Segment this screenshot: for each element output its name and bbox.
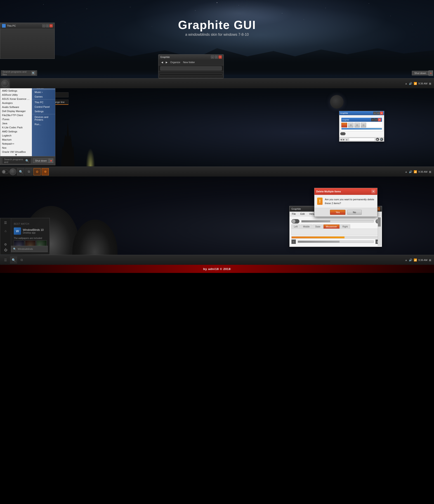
ga-tab-state[interactable]: State xyxy=(312,225,323,229)
prog-amd-settings[interactable]: AMD Settings xyxy=(0,89,32,93)
pw-toggle[interactable] xyxy=(340,132,346,135)
ga-tab-middle[interactable]: Middle xyxy=(301,225,312,229)
prog-asus[interactable]: ASUS Xonar Essence STX Audio xyxy=(0,97,32,101)
dialog-no-button[interactable]: No xyxy=(347,210,362,215)
win10-app-item[interactable]: W WindowBlinds 10 Desktop app xyxy=(11,226,50,236)
pw-address[interactable] xyxy=(349,138,375,141)
horizontal-scrollbar[interactable] xyxy=(159,74,223,76)
home-icon[interactable]: ⌂ xyxy=(3,228,8,234)
prog-itunes[interactable]: iTunes xyxy=(0,117,32,121)
explorer-title-text: Graphite xyxy=(160,56,170,58)
s2-shutdown-arrow[interactable]: ● xyxy=(49,158,53,163)
this-pc-titlebar: This PC ─ □ ✕ xyxy=(0,23,54,29)
scroll-down-icon[interactable]: ▾ xyxy=(15,153,17,157)
tb2-settings-btn[interactable]: ⚙ xyxy=(34,168,41,175)
notification-icon: ▲ xyxy=(405,82,408,85)
tb2-search-btn[interactable]: 🔍 xyxy=(17,168,24,175)
ga-slider-fill xyxy=(302,220,330,222)
s2-search-text: Search programs and xyxy=(4,158,24,163)
w7-search-bar[interactable]: Search programs and files 🔍 xyxy=(1,70,37,76)
tb2-task-btn[interactable]: ⧉ xyxy=(25,168,33,175)
right-controlpanel[interactable]: Control Panel xyxy=(32,105,55,109)
tb3-hamburger-btn[interactable]: ☰ xyxy=(2,256,9,264)
pw-inner-max[interactable]: □ xyxy=(374,118,378,121)
prog-auslogics[interactable]: Auslogics xyxy=(0,101,32,105)
pw-go-btn[interactable]: ▶ xyxy=(376,138,379,141)
prog-avalis[interactable]: Avalis Software xyxy=(0,105,32,109)
hamburger-menu-icon[interactable]: ☰ xyxy=(3,220,8,225)
pw-gray-btn1[interactable]: □ xyxy=(348,123,354,127)
right-music[interactable]: Music xyxy=(32,90,55,94)
pw-nav-up[interactable]: ▲ xyxy=(346,138,348,141)
right-settings[interactable]: Settings xyxy=(32,109,55,114)
tb2-start-btn[interactable] xyxy=(9,168,16,175)
dialog-yes-button[interactable]: Yes xyxy=(330,210,345,215)
maximize-button[interactable]: □ xyxy=(46,24,49,27)
tb2-toggle[interactable] xyxy=(2,170,9,174)
settings-sidebar-icon[interactable]: ⚙ xyxy=(3,242,8,247)
dialog-close-btn[interactable]: ✕ xyxy=(371,189,375,193)
pw-inner-close[interactable]: ✕ xyxy=(378,118,381,121)
new-folder-btn[interactable]: New folder xyxy=(182,60,196,64)
s2-search-btn[interactable]: 🔍 xyxy=(25,159,29,162)
explorer-maximize-btn[interactable]: □ xyxy=(215,55,218,59)
ga-main-slider[interactable] xyxy=(301,220,374,223)
right-thispc[interactable]: This PC xyxy=(32,100,55,105)
pw-gray-btn3[interactable]: □ xyxy=(361,123,366,127)
tb3-search-btn[interactable]: 🔍 xyxy=(10,256,17,264)
tb2-network-icon: 📶 xyxy=(414,170,417,173)
pw-orange-btn[interactable] xyxy=(341,123,347,127)
ga-file-menu[interactable]: File xyxy=(290,212,298,216)
prog-java[interactable]: Java xyxy=(0,121,32,125)
win10-search-input-area[interactable]: 🔍 Windowblinds xyxy=(11,246,48,252)
tb3-task-btn[interactable]: ⧉ xyxy=(18,256,25,264)
close-button[interactable]: ✕ xyxy=(50,24,53,27)
right-devices[interactable]: Devices and Printers xyxy=(32,115,55,122)
nav-forward-btn[interactable]: ▶ xyxy=(165,60,168,64)
ga-icon-btn-2[interactable]: ≡ xyxy=(291,239,296,244)
pw-max-btn[interactable]: □ xyxy=(377,112,380,115)
ga-tab-right[interactable]: Right xyxy=(340,225,350,229)
tb2-config-btn[interactable]: ⚙ xyxy=(42,168,49,175)
nav-back-btn[interactable]: ◀ xyxy=(160,60,164,64)
explorer-minimize-btn[interactable]: ─ xyxy=(211,55,214,59)
organize-btn[interactable]: Organize xyxy=(169,60,181,64)
prog-macrium[interactable]: Macrium xyxy=(0,138,32,142)
pw-min-btn[interactable]: ─ xyxy=(373,112,376,115)
prog-dell[interactable]: Dell Display Manager xyxy=(0,109,32,113)
explorer-close-btn[interactable]: ✕ xyxy=(219,55,222,59)
w7-shutdown-area: Shut down ● xyxy=(412,70,433,76)
address-input[interactable] xyxy=(160,66,222,70)
ga-second-slider[interactable] xyxy=(298,241,374,243)
pw-gray-btn2[interactable]: □ xyxy=(355,123,360,127)
tb2-clock: 9:36 AM xyxy=(418,171,427,173)
prog-klite[interactable]: K-Lite Codec Pack xyxy=(0,125,32,129)
right-pictures[interactable]: Pictures xyxy=(32,88,55,90)
minimize-button[interactable]: ─ xyxy=(42,24,45,27)
shutdown-arrow-btn[interactable]: ● xyxy=(429,70,433,76)
start-button-1[interactable] xyxy=(0,79,10,89)
ga-vertical-scrollbar[interactable] xyxy=(378,217,381,246)
pw-inner-min[interactable]: ─ xyxy=(371,118,374,121)
ga-main-toggle[interactable] xyxy=(291,219,300,224)
prog-amd-settings2[interactable]: AMD Settings xyxy=(0,129,32,134)
right-games[interactable]: Games xyxy=(32,94,55,99)
ga-tab-left[interactable]: Left xyxy=(291,225,300,229)
right-run[interactable]: Run... xyxy=(32,122,55,126)
prog-logitech[interactable]: Logitech xyxy=(0,134,32,138)
s2-shutdown-btn[interactable]: Shut down xyxy=(33,158,49,163)
pw-nav-forward[interactable]: ▶ xyxy=(343,138,345,141)
prog-nox[interactable]: Nox xyxy=(0,146,32,150)
prog-notepadpp[interactable]: Notepad++ xyxy=(0,142,32,146)
shutdown-button[interactable]: Shut down xyxy=(412,71,429,75)
pw-close-btn[interactable]: ✕ xyxy=(380,112,383,115)
dialog-body: ! Are you sure you want to permanently d… xyxy=(314,195,377,208)
power-sidebar-icon[interactable]: ⏻ xyxy=(3,247,8,252)
search-icon-button[interactable]: 🔍 xyxy=(31,71,35,75)
pw-nav-back[interactable]: ◀ xyxy=(340,138,342,141)
ga-tab-mouseover[interactable]: Mouseover xyxy=(323,225,339,229)
prog-asrock[interactable]: ASRock Utility xyxy=(0,93,32,97)
pw-search-btn[interactable]: 🔍 xyxy=(380,138,383,141)
prog-filezilla[interactable]: FileZilla FTP Client xyxy=(0,113,32,117)
ga-edit-menu[interactable]: Edit xyxy=(298,212,307,216)
